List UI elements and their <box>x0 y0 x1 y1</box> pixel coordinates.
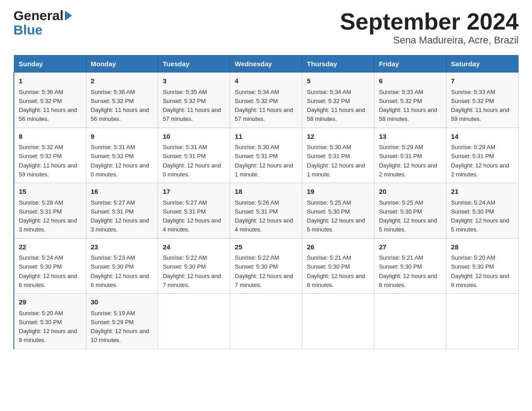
day-info: Sunrise: 5:31 AMSunset: 5:32 PMDaylight:… <box>91 144 149 178</box>
calendar-title: September 2024 <box>340 9 519 34</box>
calendar-cell: 19Sunrise: 5:25 AMSunset: 5:30 PMDayligh… <box>302 183 374 239</box>
calendar-cell: 14Sunrise: 5:29 AMSunset: 5:31 PMDayligh… <box>446 128 519 183</box>
day-number: 19 <box>307 187 369 197</box>
calendar-cell <box>446 294 519 349</box>
calendar-cell: 20Sunrise: 5:25 AMSunset: 5:30 PMDayligh… <box>374 183 446 239</box>
day-number: 14 <box>451 132 514 142</box>
day-info: Sunrise: 5:30 AMSunset: 5:31 PMDaylight:… <box>307 144 365 178</box>
logo-arrow-icon <box>65 11 72 21</box>
calendar-cell: 13Sunrise: 5:29 AMSunset: 5:31 PMDayligh… <box>374 128 446 183</box>
calendar-cell: 27Sunrise: 5:21 AMSunset: 5:30 PMDayligh… <box>374 238 446 294</box>
day-info: Sunrise: 5:27 AMSunset: 5:31 PMDaylight:… <box>163 199 221 233</box>
day-number: 29 <box>19 297 82 308</box>
day-number: 25 <box>235 242 297 253</box>
day-number: 11 <box>235 132 297 142</box>
day-number: 3 <box>163 76 225 86</box>
day-info: Sunrise: 5:33 AMSunset: 5:32 PMDaylight:… <box>379 89 437 123</box>
calendar-cell: 17Sunrise: 5:27 AMSunset: 5:31 PMDayligh… <box>158 183 230 239</box>
calendar-header: SundayMondayTuesdayWednesdayThursdayFrid… <box>14 56 519 73</box>
day-header-friday: Friday <box>374 56 446 73</box>
day-header-thursday: Thursday <box>302 56 374 73</box>
calendar-cell: 22Sunrise: 5:24 AMSunset: 5:30 PMDayligh… <box>14 238 86 294</box>
day-header-wednesday: Wednesday <box>230 56 302 73</box>
day-info: Sunrise: 5:20 AMSunset: 5:30 PMDaylight:… <box>19 310 77 344</box>
day-number: 15 <box>19 187 82 197</box>
day-info: Sunrise: 5:34 AMSunset: 5:32 PMDaylight:… <box>307 89 365 123</box>
calendar-cell: 10Sunrise: 5:31 AMSunset: 5:31 PMDayligh… <box>158 128 230 183</box>
day-number: 5 <box>307 76 369 86</box>
day-number: 17 <box>163 187 225 197</box>
day-number: 21 <box>451 187 514 197</box>
day-info: Sunrise: 5:24 AMSunset: 5:30 PMDaylight:… <box>19 254 77 288</box>
calendar-body: 1Sunrise: 5:36 AMSunset: 5:32 PMDaylight… <box>14 73 519 349</box>
week-row-4: 22Sunrise: 5:24 AMSunset: 5:30 PMDayligh… <box>14 238 519 294</box>
calendar-subtitle: Sena Madureira, Acre, Brazil <box>340 34 519 46</box>
day-number: 9 <box>91 132 154 142</box>
calendar-cell: 3Sunrise: 5:35 AMSunset: 5:32 PMDaylight… <box>158 73 230 128</box>
calendar-cell: 21Sunrise: 5:24 AMSunset: 5:30 PMDayligh… <box>446 183 519 239</box>
day-number: 27 <box>379 242 442 253</box>
day-header-sunday: Sunday <box>14 56 86 73</box>
day-info: Sunrise: 5:36 AMSunset: 5:32 PMDaylight:… <box>19 89 77 123</box>
week-row-1: 1Sunrise: 5:36 AMSunset: 5:32 PMDaylight… <box>14 73 519 128</box>
calendar-cell: 26Sunrise: 5:21 AMSunset: 5:30 PMDayligh… <box>302 238 374 294</box>
day-info: Sunrise: 5:31 AMSunset: 5:31 PMDaylight:… <box>163 144 221 178</box>
day-info: Sunrise: 5:33 AMSunset: 5:32 PMDaylight:… <box>451 89 509 123</box>
day-info: Sunrise: 5:20 AMSunset: 5:30 PMDaylight:… <box>451 254 509 288</box>
day-number: 20 <box>379 187 442 197</box>
calendar-cell: 5Sunrise: 5:34 AMSunset: 5:32 PMDaylight… <box>302 73 374 128</box>
day-info: Sunrise: 5:35 AMSunset: 5:32 PMDaylight:… <box>163 89 221 123</box>
day-header-tuesday: Tuesday <box>158 56 230 73</box>
day-number: 10 <box>163 132 225 142</box>
day-header-row: SundayMondayTuesdayWednesdayThursdayFrid… <box>14 56 519 73</box>
logo: General Blue <box>13 9 72 38</box>
day-info: Sunrise: 5:36 AMSunset: 5:32 PMDaylight:… <box>91 89 149 123</box>
calendar-cell: 25Sunrise: 5:22 AMSunset: 5:30 PMDayligh… <box>230 238 302 294</box>
calendar-cell: 28Sunrise: 5:20 AMSunset: 5:30 PMDayligh… <box>446 238 519 294</box>
calendar-cell: 15Sunrise: 5:28 AMSunset: 5:31 PMDayligh… <box>14 183 86 239</box>
day-info: Sunrise: 5:24 AMSunset: 5:30 PMDaylight:… <box>451 199 509 233</box>
day-number: 18 <box>235 187 297 197</box>
day-number: 1 <box>19 76 82 86</box>
calendar-cell <box>158 294 230 349</box>
day-number: 30 <box>91 297 154 308</box>
calendar-cell: 1Sunrise: 5:36 AMSunset: 5:32 PMDaylight… <box>14 73 86 128</box>
logo-general-text: General <box>13 9 64 22</box>
calendar-cell: 12Sunrise: 5:30 AMSunset: 5:31 PMDayligh… <box>302 128 374 183</box>
week-row-3: 15Sunrise: 5:28 AMSunset: 5:31 PMDayligh… <box>14 183 519 239</box>
day-number: 23 <box>91 242 154 253</box>
calendar-cell: 24Sunrise: 5:22 AMSunset: 5:30 PMDayligh… <box>158 238 230 294</box>
calendar-cell <box>302 294 374 349</box>
day-info: Sunrise: 5:28 AMSunset: 5:31 PMDaylight:… <box>19 199 77 233</box>
day-info: Sunrise: 5:32 AMSunset: 5:32 PMDaylight:… <box>19 144 77 178</box>
calendar-cell: 29Sunrise: 5:20 AMSunset: 5:30 PMDayligh… <box>14 294 86 349</box>
calendar-cell <box>230 294 302 349</box>
day-number: 8 <box>19 132 82 142</box>
day-info: Sunrise: 5:30 AMSunset: 5:31 PMDaylight:… <box>235 144 293 178</box>
day-header-saturday: Saturday <box>446 56 519 73</box>
day-number: 7 <box>451 76 514 86</box>
calendar-cell: 16Sunrise: 5:27 AMSunset: 5:31 PMDayligh… <box>86 183 158 239</box>
day-info: Sunrise: 5:23 AMSunset: 5:30 PMDaylight:… <box>91 254 149 288</box>
day-number: 22 <box>19 242 82 253</box>
day-info: Sunrise: 5:25 AMSunset: 5:30 PMDaylight:… <box>307 199 365 233</box>
day-info: Sunrise: 5:22 AMSunset: 5:30 PMDaylight:… <box>235 254 293 288</box>
calendar-table: SundayMondayTuesdayWednesdayThursdayFrid… <box>13 55 519 349</box>
calendar-cell: 6Sunrise: 5:33 AMSunset: 5:32 PMDaylight… <box>374 73 446 128</box>
day-number: 4 <box>235 76 297 86</box>
calendar-cell: 8Sunrise: 5:32 AMSunset: 5:32 PMDaylight… <box>14 128 86 183</box>
day-number: 24 <box>163 242 225 253</box>
week-row-5: 29Sunrise: 5:20 AMSunset: 5:30 PMDayligh… <box>14 294 519 349</box>
day-info: Sunrise: 5:29 AMSunset: 5:31 PMDaylight:… <box>451 144 509 178</box>
calendar-cell: 4Sunrise: 5:34 AMSunset: 5:32 PMDaylight… <box>230 73 302 128</box>
day-info: Sunrise: 5:19 AMSunset: 5:29 PMDaylight:… <box>91 310 149 344</box>
logo-blue-text: Blue <box>13 22 43 37</box>
page-header: General Blue September 2024 Sena Madurei… <box>13 9 519 46</box>
day-info: Sunrise: 5:25 AMSunset: 5:30 PMDaylight:… <box>379 199 437 233</box>
day-info: Sunrise: 5:21 AMSunset: 5:30 PMDaylight:… <box>307 254 365 288</box>
day-number: 12 <box>307 132 369 142</box>
calendar-cell: 9Sunrise: 5:31 AMSunset: 5:32 PMDaylight… <box>86 128 158 183</box>
day-info: Sunrise: 5:21 AMSunset: 5:30 PMDaylight:… <box>379 254 437 288</box>
day-info: Sunrise: 5:27 AMSunset: 5:31 PMDaylight:… <box>91 199 149 233</box>
calendar-cell: 2Sunrise: 5:36 AMSunset: 5:32 PMDaylight… <box>86 73 158 128</box>
